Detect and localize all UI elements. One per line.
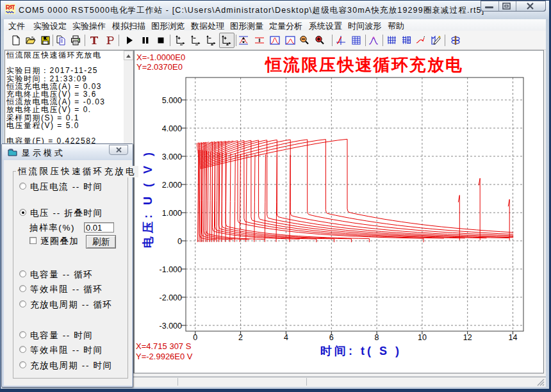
svg-text:10: 10 [418,333,427,342]
svg-text:3.000: 3.000 [162,152,182,161]
svg-text:4.000: 4.000 [162,124,182,133]
svg-text:-3.000: -3.000 [160,322,182,331]
svg-text:-1.000: -1.000 [160,265,182,274]
svg-text:-2.000: -2.000 [160,293,182,302]
svg-text:2: 2 [238,333,243,342]
svg-text:6: 6 [329,333,334,342]
svg-text:2.000: 2.000 [162,181,182,190]
svg-text:5.000: 5.000 [162,96,182,105]
svg-text:0: 0 [193,333,197,342]
svg-text:0: 0 [177,237,182,246]
svg-text:4: 4 [284,333,288,342]
svg-text:14: 14 [509,333,518,342]
svg-text:8: 8 [375,333,379,342]
svg-text:1.000: 1.000 [162,209,182,218]
svg-text:12: 12 [463,333,472,342]
